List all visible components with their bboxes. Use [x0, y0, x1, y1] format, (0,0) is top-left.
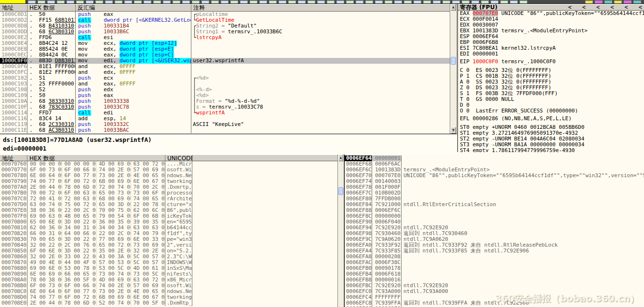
toolbar-button[interactable]: [115, 0, 122, 3]
toolbar-button[interactable]: [144, 0, 151, 3]
toolbar-button[interactable]: [163, 0, 171, 3]
collapse-arrow-icon[interactable]: <: [625, 4, 628, 10]
register-line[interactable]: EIP 1000C0F0 termsrv_.1000C0F0: [460, 59, 644, 65]
register-line[interactable]: EDX 00030007: [460, 22, 644, 28]
dump-row[interactable]: 0007076000 00 00 0000 00 00 004D 00 69 0…: [0, 161, 337, 167]
disasm-row[interactable]: 1000C109. 50push eax│<%d>: [0, 93, 450, 98]
disasm-row[interactable]: 1000C10F. 68 783C0310push 10033C78│s = t…: [0, 104, 450, 110]
toolbar-button[interactable]: [604, 0, 612, 3]
stack-row[interactable]: 0006EF8C00000000: [345, 213, 644, 219]
toolbar-button[interactable]: [624, 0, 631, 3]
stack-row[interactable]: 0006EF7400140003: [345, 179, 644, 184]
stack-row[interactable]: 0006EF6400000001: [345, 155, 644, 161]
toolbar-button[interactable]: [375, 0, 383, 3]
toolbar-button[interactable]: [38, 0, 45, 3]
register-line[interactable]: ST4 empty 1.786117994779996759e-4930: [460, 148, 644, 152]
toolbar-button[interactable]: [105, 0, 113, 3]
toolbar-button[interactable]: [47, 0, 55, 3]
toolbar-buttons[interactable]: [28, 0, 529, 3]
disasm-row[interactable]: 1000C10A. 68 38330310push 10033338│Forma…: [0, 98, 450, 104]
dump-row[interactable]: 000707F069 00 63 004B 00 65 0079 00 54 0…: [0, 213, 337, 219]
disasm-row[interactable]: 1000C116. 83C4 14add esp, 14: [0, 116, 450, 122]
register-line[interactable]: ST2 empty -UNORM BE14 004A6C04 02080034: [460, 136, 644, 142]
scroll-down-icon[interactable]: ▼: [451, 127, 456, 134]
dump-row[interactable]: 000708C06E 00 64 006F 00 77 0073 00 2E 0…: [0, 289, 337, 294]
scrollbar-thumb[interactable]: [338, 187, 343, 195]
toolbar-button[interactable]: [327, 0, 335, 3]
stack-row[interactable]: 0006EF847C921000ntdll.RtlEnterCriticalSe…: [345, 202, 644, 208]
toolbar-button[interactable]: [385, 0, 392, 3]
toolbar-button[interactable]: [221, 0, 228, 3]
dump-row[interactable]: 0007084032 00 22 002C 00 76 0065 00 72 0…: [0, 242, 337, 248]
toolbar-button[interactable]: [500, 0, 508, 3]
register-line[interactable]: S 1 FS 003B 32位 7FFDF000(FFF): [460, 91, 644, 97]
register-line[interactable]: Z 0 DS 0023 32位 0(FFFFFFFF): [460, 85, 644, 91]
toolbar-button[interactable]: [76, 0, 84, 3]
stack-row[interactable]: 0006EF880006EF6C: [345, 208, 644, 213]
register-line[interactable]: EAX 000707E0 UNICODE "86"",publicKeyToke…: [460, 11, 644, 16]
disasm-row[interactable]: 1000C102. 51push ecx┌<%d>: [0, 75, 450, 81]
toolbar-button[interactable]: [346, 0, 354, 3]
toolbar-button[interactable]: [433, 0, 441, 3]
dump-row[interactable]: 000707D063 00 74 0075 00 72 0065 00 3D 0…: [0, 202, 337, 208]
disasm-row[interactable]: 1000C0E2. FFD6call esi└lstrcpyA: [0, 35, 450, 41]
register-line[interactable]: EFL 00000286 (NO,NB,NE,A,S,PE,L,LE): [460, 116, 644, 122]
disasm-row[interactable]: 1000C103. 25 FFFF0000and eax, 0FFFF│: [0, 81, 450, 87]
toolbar-button[interactable]: [510, 0, 518, 3]
toolbar-button[interactable]: [356, 0, 363, 3]
dump-row[interactable]: 000708506F 00 6E 003D 00 22 0035 00 2E 0…: [0, 248, 337, 254]
register-line[interactable]: T 0 GS 0000 NULL: [460, 97, 644, 102]
dump-row[interactable]: 000708D074 00 77 006F 00 72 006B 00 69 0…: [0, 294, 337, 300]
toolbar-button[interactable]: [298, 0, 306, 3]
register-line[interactable]: ST1 empty 3.2721464976905091370e-4932: [460, 130, 644, 136]
disasm-row[interactable]: 1000C0FC. 81E2 FFFF0000and edx, 0FFFF: [0, 70, 450, 75]
collapse-arrow-icon[interactable]: <: [568, 4, 572, 10]
dump-row[interactable]: 000708E02E 00 44 0078 00 6D 0052 00 74 0…: [0, 300, 337, 306]
dump-row[interactable]: 0007080065 00 6E 003D 00 22 0036 00 35 0…: [0, 219, 337, 225]
stack-row[interactable]: 0006EF9C7C9A0620ntdll.7C9A0620: [345, 237, 644, 242]
toolbar-edit-box[interactable]: [0, 0, 26, 3]
collapse-arrow-icon[interactable]: <: [610, 4, 614, 10]
toolbar-button[interactable]: [394, 0, 402, 3]
toolbar-button[interactable]: [585, 0, 593, 3]
register-line[interactable]: O 0 LastErr ERROR_SUCCESS (00000000): [460, 108, 644, 114]
disasm-row[interactable]: 1000C0D1. 50push eax┌pLocaltime: [0, 12, 450, 17]
toolbar-button[interactable]: [86, 0, 94, 3]
register-line[interactable]: D 0: [460, 102, 644, 108]
stack-row[interactable]: 0006EFAC0006F38C: [345, 260, 644, 265]
dump-row[interactable]: 0007088069 00 6E 0053 00 78 0053 00 5C 0…: [0, 265, 337, 271]
toolbar-button[interactable]: [595, 0, 603, 3]
disasm-row[interactable]: 1000C11E. 68 AC3B0310push 10033BAC: [0, 127, 450, 133]
toolbar-button[interactable]: [153, 0, 161, 3]
toolbar-button[interactable]: [614, 0, 622, 3]
toolbar-button[interactable]: [211, 0, 219, 3]
dump-row[interactable]: 000707806E 00 64 006F 00 77 0073 00 2E 0…: [0, 173, 337, 179]
toolbar-button[interactable]: [336, 0, 344, 3]
disasm-row[interactable]: 1000C0F0. 8B3D D8B30110mov edi, dword pt…: [0, 58, 450, 64]
toolbar-button[interactable]: [269, 0, 277, 3]
collapse-arrow-icon[interactable]: <: [596, 4, 600, 10]
stack-row[interactable]: 0006EFA07C933F92返回到 ntdll.7C933F92 来自 nt…: [345, 242, 644, 248]
disasm-row[interactable]: 1000C114. FFD7call edi└wsprintfA: [0, 110, 450, 116]
dump-row[interactable]: 000707A02E 00 44 0078 00 6D 0072 00 74 0…: [0, 184, 337, 190]
register-line[interactable]: EDI 00000001: [460, 51, 644, 57]
toolbar-button[interactable]: [182, 0, 190, 3]
toolbar-button[interactable]: [201, 0, 209, 3]
disasm-row[interactable]: 1000C0F6. 81E1 FFFF0000and ecx, 0FFFF: [0, 64, 450, 70]
disasm-row[interactable]: 1000C0D2. FF15 68B10110call dword ptr [<…: [0, 17, 450, 23]
dump-row[interactable]: 000708906E 00 69 0066 00 65 0073 00 74 0…: [0, 271, 337, 277]
toolbar-button[interactable]: [240, 0, 248, 3]
toolbar-button[interactable]: [192, 0, 200, 3]
collapse-arrow-icon[interactable]: <: [639, 4, 642, 10]
toolbar-button[interactable]: [230, 0, 238, 3]
disassembly-scrollbar[interactable]: ▲ ▼: [450, 4, 457, 134]
stack-row[interactable]: 0006EFB800000016: [345, 277, 644, 283]
register-line[interactable]: P 1 CS 001B 32位 0(FFFFFFFF): [460, 73, 644, 79]
toolbar-button[interactable]: [317, 0, 325, 3]
scrollbar-thumb[interactable]: [451, 57, 456, 65]
stack-row[interactable]: 0006EF78001F000F: [345, 184, 644, 190]
dump-row[interactable]: 000707B070 00 72 006F 00 63 0065 00 73 0…: [0, 190, 337, 196]
disasm-row[interactable]: 1000C0DD. 68 6C3B0310push 10033B6C│Strin…: [0, 29, 450, 35]
dump-row[interactable]: 0007081062 00 36 0034 00 31 0034 00 34 0…: [0, 225, 337, 231]
stack-row[interactable]: 0006EF900006F040: [345, 219, 644, 225]
